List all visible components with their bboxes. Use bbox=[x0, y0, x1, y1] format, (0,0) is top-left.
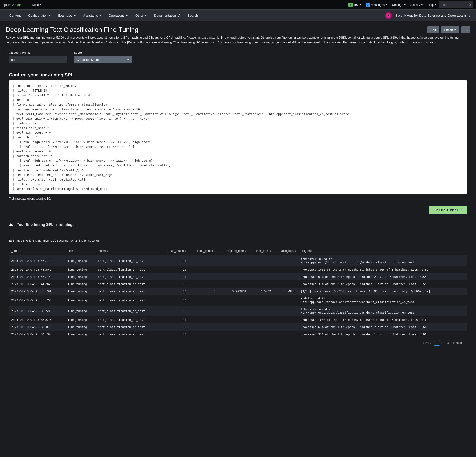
cell-max_epoch: 10 bbox=[161, 266, 188, 273]
col-header-label: _time bbox=[11, 249, 18, 253]
user-menu[interactable]: i dev bbox=[346, 3, 364, 7]
page-2-button[interactable]: 2 bbox=[440, 340, 445, 346]
cell-valid_loss bbox=[273, 255, 298, 266]
cell-model: bert_classification_en_test bbox=[95, 323, 161, 331]
page-description: Review your SPL and run fine-tuning. 5,0… bbox=[6, 35, 470, 44]
secbar-item-examples[interactable]: Examples bbox=[54, 9, 79, 21]
col-model[interactable]: model ♦ bbox=[95, 246, 161, 255]
svg-point-4 bbox=[388, 15, 389, 16]
cell-_time: 2023-01-10 04:25:36.073 bbox=[9, 323, 65, 331]
cell-progress: model saved in/srv/app/model/data/classi… bbox=[298, 295, 467, 305]
sort-icon: ♦ bbox=[294, 250, 296, 252]
col-progress[interactable]: progress ♦ bbox=[298, 246, 467, 255]
sort-icon: ♦ bbox=[74, 250, 76, 252]
progress-table: _time ♦task ♦model ♦max_epoch ♦done_epoc… bbox=[9, 246, 467, 338]
cell-max_epoch: 10 bbox=[161, 323, 188, 331]
table-row: 2023-01-10 04:25:36.583fine_tuningbert_c… bbox=[9, 305, 467, 316]
secbar-item-assistants[interactable]: Assistants bbox=[79, 9, 105, 21]
settings-menu[interactable]: Settings bbox=[390, 3, 408, 7]
edit-button[interactable]: Edit bbox=[427, 26, 439, 34]
find-button[interactable] bbox=[467, 1, 473, 8]
find-input[interactable] bbox=[439, 1, 467, 8]
apps-label: Apps bbox=[32, 3, 39, 7]
cell-task: fine_tuning bbox=[65, 331, 95, 338]
activity-menu[interactable]: Activity bbox=[408, 3, 425, 7]
cell-done_epoch bbox=[189, 295, 218, 305]
page-3-button[interactable]: 3 bbox=[445, 340, 450, 346]
cell-progress: tokenizer saved in/srv/app/model/data/cl… bbox=[298, 305, 467, 316]
page-1-button[interactable]: 1 bbox=[434, 340, 440, 346]
cell-done_epoch bbox=[189, 323, 218, 331]
col-elapsed_time[interactable]: elapsed_time ♦ bbox=[218, 246, 248, 255]
app-icon bbox=[385, 12, 392, 19]
apps-menu[interactable]: Apps bbox=[30, 3, 44, 7]
app-name: Splunk App for Data Science and Deep Lea… bbox=[395, 13, 470, 17]
caret-down-icon bbox=[40, 4, 42, 5]
cell-task: fine_tuning bbox=[65, 266, 95, 273]
prev-page-button[interactable]: « Prev bbox=[420, 340, 433, 346]
col-max_epoch[interactable]: max_epoch ♦ bbox=[161, 246, 188, 255]
cell-done_epoch bbox=[189, 316, 218, 323]
running-title-text: Your fine-tuning SPL is running... bbox=[17, 223, 76, 227]
col-header-label: model bbox=[98, 249, 105, 253]
cell-model: bert_classification_en_test bbox=[95, 255, 161, 266]
more-button[interactable]: ... bbox=[461, 26, 470, 34]
cell-_time: 2023-01-10 04:25:43.642 bbox=[9, 266, 65, 273]
score-select[interactable]: Confusion Matrix bbox=[74, 56, 132, 63]
col-header-label: max_epoch bbox=[169, 249, 184, 253]
caret-down-icon bbox=[127, 59, 129, 60]
cell-_time: 2023-01-10 04:25:43.198 bbox=[9, 273, 65, 280]
col-done_epoch[interactable]: done_epoch ♦ bbox=[189, 246, 218, 255]
activity-label: Activity bbox=[410, 3, 420, 7]
col-header-label: train_loss bbox=[256, 249, 268, 253]
col-_time[interactable]: _time ♦ bbox=[9, 246, 65, 255]
cell-train_loss bbox=[249, 273, 273, 280]
cell-progress: Processed 33% of the 2-th epoch. Finishe… bbox=[298, 280, 467, 288]
secbar-item-content[interactable]: Content bbox=[6, 9, 24, 21]
table-row: 2023-01-10 04:25:40.703fine_tuningbert_c… bbox=[9, 295, 467, 305]
cell-model: bert_classification_en_test bbox=[95, 305, 161, 316]
cell-max_epoch: 10 bbox=[161, 288, 188, 295]
caret-down-icon bbox=[454, 29, 456, 30]
secbar-label: Other bbox=[135, 14, 143, 17]
score-value: Confusion Matrix bbox=[77, 58, 100, 62]
cell-done_epoch bbox=[189, 266, 218, 273]
run-fine-tuning-button[interactable]: Run Fine-Tuning SPL bbox=[429, 206, 467, 214]
cell-task: fine_tuning bbox=[65, 280, 95, 288]
messages-menu[interactable]: 7 Messages bbox=[364, 3, 390, 7]
svg-line-1 bbox=[470, 5, 471, 6]
help-menu[interactable]: Help bbox=[425, 3, 439, 7]
cell-model: bert_classification_en_test bbox=[95, 266, 161, 273]
filter-row: Category Prefix Score Confusion Matrix bbox=[6, 49, 470, 68]
cell-done_epoch bbox=[189, 280, 218, 288]
table-row: 2023-01-10 04:25:43.198fine_tuningbert_c… bbox=[9, 273, 467, 280]
cell-model: bert_classification_en_test bbox=[95, 295, 161, 305]
secbar-item-operations[interactable]: Operations bbox=[105, 9, 132, 21]
export-button[interactable]: Export bbox=[441, 26, 460, 34]
brand-logo[interactable]: splunk>hunk bbox=[3, 3, 21, 7]
cell-task: fine_tuning bbox=[65, 323, 95, 331]
cell-progress: Processed 100% of the 2-th epoch. Finish… bbox=[298, 266, 467, 273]
cell-valid_loss bbox=[273, 295, 298, 305]
cell-done_epoch bbox=[189, 255, 218, 266]
secbar-item-configuration[interactable]: Configuration bbox=[24, 9, 54, 21]
secbar-label: Examples bbox=[58, 14, 72, 17]
svg-line-2 bbox=[178, 14, 180, 16]
sort-icon: ♦ bbox=[185, 250, 187, 252]
cell-progress: Processed 100% of the 1-th epoch. Finish… bbox=[298, 316, 467, 323]
secbar-item-other[interactable]: Other bbox=[132, 9, 150, 21]
next-page-button[interactable]: Next » bbox=[451, 340, 464, 346]
col-task[interactable]: task ♦ bbox=[65, 246, 95, 255]
cell-_time: 2023-01-10 04:25:40.703 bbox=[9, 295, 65, 305]
secbar-item-search[interactable]: Search bbox=[184, 9, 202, 21]
user-label: dev bbox=[354, 3, 358, 7]
cell-done_epoch bbox=[189, 305, 218, 316]
col-train_loss[interactable]: train_loss ♦ bbox=[249, 246, 273, 255]
cloud-icon bbox=[9, 223, 14, 226]
col-valid_loss[interactable]: valid_loss ♦ bbox=[273, 246, 298, 255]
category-prefix-input[interactable] bbox=[9, 56, 67, 63]
settings-label: Settings bbox=[392, 3, 403, 7]
sort-icon: ♦ bbox=[269, 250, 271, 252]
secbar-item-documentation[interactable]: Documentation bbox=[150, 9, 184, 21]
cell-valid_loss bbox=[273, 305, 298, 316]
